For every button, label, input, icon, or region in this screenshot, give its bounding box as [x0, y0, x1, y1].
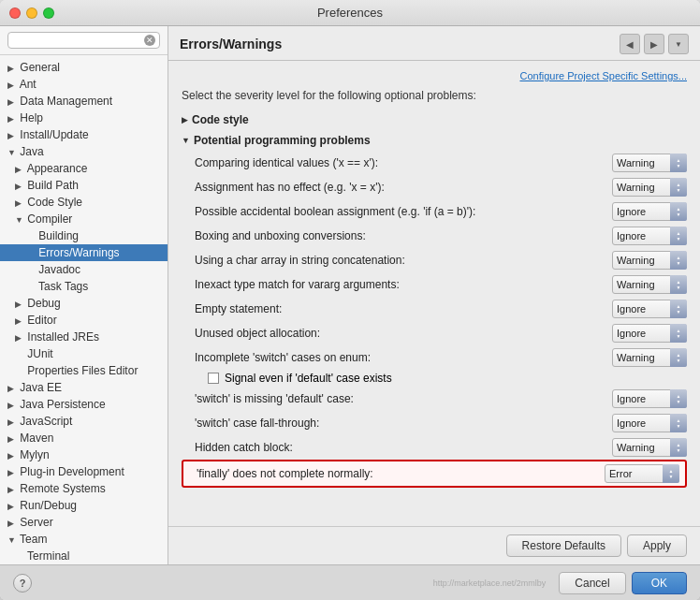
signal-default-checkbox[interactable] — [208, 373, 219, 384]
assignment-no-effect-select[interactable]: WarningIgnoreError — [612, 178, 687, 197]
row-inexact-type: Inexact type match for vararg arguments:… — [182, 272, 687, 297]
arrow-icon: ▼ — [15, 215, 24, 225]
nav-forward-button[interactable]: ▶ — [644, 34, 664, 54]
sidebar-item-javadoc[interactable]: Javadoc — [0, 261, 168, 278]
arrow-icon: ▶ — [7, 502, 17, 511]
arrow-icon: ▶ — [7, 97, 17, 107]
sidebar-item-debug[interactable]: ▶ Debug — [0, 295, 168, 312]
sidebar-item-general[interactable]: ▶ General — [0, 59, 168, 76]
row-label: Empty statement: — [195, 302, 612, 315]
panel-header: Errors/Warnings ◀ ▶ ▼ — [168, 26, 700, 61]
arrow-icon: ▶ — [7, 401, 17, 410]
arrow-icon — [15, 552, 24, 562]
sidebar-item-mylyn[interactable]: ▶ Mylyn — [0, 446, 168, 463]
arrow-icon: ▶ — [7, 131, 17, 140]
sidebar-item-remote-systems[interactable]: ▶ Remote Systems — [0, 480, 168, 497]
cancel-button[interactable]: Cancel — [559, 572, 625, 594]
sidebar-item-team[interactable]: ▼ Team — [0, 531, 168, 548]
sidebar-item-run-debug[interactable]: ▶ Run/Debug — [0, 497, 168, 514]
panel-body: Configure Project Specific Settings... S… — [168, 61, 700, 526]
arrow-icon: ▶ — [15, 300, 24, 309]
row-label: Assignment has no effect (e.g. 'x = x'): — [195, 181, 612, 194]
main-content: ✕ ▶ General ▶ Ant ▶ Data Management ▶ He… — [0, 26, 700, 564]
comparing-identical-select[interactable]: WarningIgnoreError — [612, 154, 687, 172]
dropdown-container: IgnoreWarningError — [612, 300, 687, 318]
sidebar-item-compiler[interactable]: ▼ Compiler — [0, 211, 168, 227]
titlebar: Preferences — [0, 0, 700, 26]
arrow-icon: ▶ — [7, 485, 17, 494]
unused-object-select[interactable]: IgnoreWarningError — [612, 324, 687, 343]
finally-not-complete-select[interactable]: WarningIgnoreError — [605, 464, 679, 483]
potential-problems-section-title: Potential programming problems — [194, 134, 371, 147]
sidebar-item-errors-warnings[interactable]: Errors/Warnings — [0, 244, 168, 261]
row-label: Incomplete 'switch' cases on enum: — [195, 351, 612, 364]
sidebar-item-ant[interactable]: ▶ Ant — [0, 76, 168, 93]
accidental-boolean-select[interactable]: IgnoreWarningError — [612, 202, 687, 221]
row-accidental-boolean: Possible accidental boolean assignment (… — [182, 199, 687, 224]
sidebar-tree: ▶ General ▶ Ant ▶ Data Management ▶ Help… — [0, 55, 168, 564]
sidebar-item-install-update[interactable]: ▶ Install/Update — [0, 126, 168, 143]
row-assignment-no-effect: Assignment has no effect (e.g. 'x = x'):… — [182, 175, 687, 199]
sidebar-item-plug-in-development[interactable]: ▶ Plug-in Development — [0, 463, 168, 480]
help-button[interactable]: ? — [13, 574, 32, 593]
sidebar-item-properties-file-editor[interactable]: Properties Files Editor — [0, 362, 168, 379]
row-char-array-string: Using a char array in string concatenati… — [182, 248, 687, 272]
nav-back-button[interactable]: ◀ — [620, 34, 640, 54]
search-input[interactable] — [12, 35, 144, 46]
preferences-window: Preferences ✕ ▶ General ▶ Ant ▶ Data Ma — [0, 0, 700, 600]
sidebar-item-java-persistence[interactable]: ▶ Java Persistence — [0, 396, 168, 413]
config-project-link[interactable]: Configure Project Specific Settings... — [182, 70, 687, 81]
inexact-type-select[interactable]: WarningIgnoreError — [612, 275, 687, 294]
row-comparing-identical: Comparing identical values ('x == x'): W… — [182, 151, 687, 175]
arrow-icon: ▶ — [7, 434, 17, 444]
dropdown-container: WarningIgnoreError — [612, 178, 687, 197]
sidebar-item-javascript[interactable]: ▶ JavaScript — [0, 413, 168, 430]
sidebar-item-java[interactable]: ▼ Java — [0, 143, 168, 160]
row-boxing-unboxing: Boxing and unboxing conversions: IgnoreW… — [182, 224, 687, 248]
char-array-select[interactable]: WarningIgnoreError — [612, 251, 687, 270]
sidebar-item-java-ee[interactable]: ▶ Java EE — [0, 379, 168, 396]
minimize-button[interactable] — [26, 7, 37, 19]
nav-menu-button[interactable]: ▼ — [668, 34, 689, 54]
sidebar-item-help[interactable]: ▶ Help — [0, 110, 168, 126]
hidden-catch-select[interactable]: WarningIgnoreError — [612, 438, 687, 457]
signal-default-label: Signal even if 'default' case exists — [225, 372, 392, 385]
switch-missing-default-select[interactable]: IgnoreWarningError — [612, 389, 687, 408]
window-buttons — [9, 7, 54, 19]
maximize-button[interactable] — [43, 7, 54, 19]
watermark-text: http://marketplace.net/2mmlby — [433, 578, 547, 588]
row-empty-statement: Empty statement: IgnoreWarningError — [182, 297, 687, 321]
sidebar-item-installed-jres[interactable]: ▶ Installed JREs — [0, 329, 168, 345]
arrow-icon: ▶ — [15, 182, 24, 191]
sidebar-item-server[interactable]: ▶ Server — [0, 514, 168, 531]
restore-defaults-button[interactable]: Restore Defaults — [506, 534, 621, 557]
sidebar-item-code-style[interactable]: ▶ Code Style — [0, 194, 168, 211]
row-unused-object: Unused object allocation: IgnoreWarningE… — [182, 321, 687, 345]
code-style-section-header[interactable]: ▶ Code style — [182, 110, 687, 130]
close-button[interactable] — [9, 7, 21, 19]
row-label: Possible accidental boolean assignment (… — [195, 205, 612, 218]
ok-button[interactable]: OK — [632, 572, 687, 594]
search-clear-button[interactable]: ✕ — [144, 35, 155, 46]
arrow-icon: ▶ — [7, 80, 17, 90]
sidebar-item-editor[interactable]: ▶ Editor — [0, 312, 168, 329]
sidebar-item-building[interactable]: Building — [0, 227, 168, 244]
incomplete-switch-select[interactable]: WarningIgnoreError — [612, 348, 687, 367]
apply-button[interactable]: Apply — [627, 534, 687, 557]
sidebar-item-task-tags[interactable]: Task Tags — [0, 278, 168, 295]
boxing-unboxing-select[interactable]: IgnoreWarningError — [612, 227, 687, 245]
sidebar-item-maven[interactable]: ▶ Maven — [0, 430, 168, 446]
potential-problems-section-header[interactable]: ▼ Potential programming problems — [182, 130, 687, 151]
sidebar-item-terminal[interactable]: Terminal — [0, 548, 168, 564]
sidebar-item-junit[interactable]: JUnit — [0, 345, 168, 362]
arrow-icon: ▼ — [7, 535, 17, 545]
sidebar-item-build-path[interactable]: ▶ Build Path — [0, 177, 168, 194]
row-label: Hidden catch block: — [195, 441, 612, 454]
sidebar-item-appearance[interactable]: ▶ Appearance — [0, 160, 168, 177]
row-hidden-catch: Hidden catch block: WarningIgnoreError — [182, 435, 687, 460]
switch-fallthrough-select[interactable]: IgnoreWarningError — [612, 414, 687, 432]
sidebar-item-data-management[interactable]: ▶ Data Management — [0, 93, 168, 110]
row-label: 'switch' is missing 'default' case: — [195, 392, 612, 405]
dropdown-container: IgnoreWarningError — [612, 227, 687, 245]
empty-statement-select[interactable]: IgnoreWarningError — [612, 300, 687, 318]
